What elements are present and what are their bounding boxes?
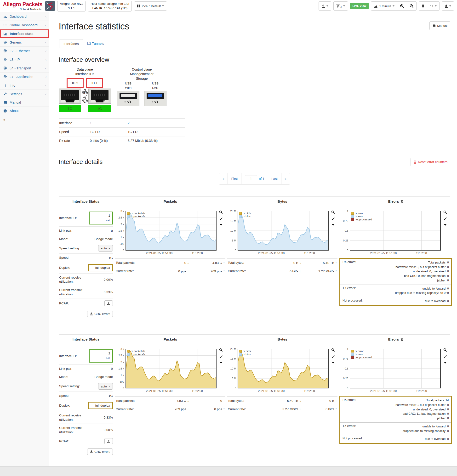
sidebar-item-generic[interactable]: Generic ‹ <box>0 38 49 47</box>
magnifier-icon[interactable] <box>443 210 447 214</box>
download-icon <box>107 440 110 443</box>
tab-interfaces[interactable]: Interfaces <box>59 39 83 48</box>
user-dropdown[interactable] <box>442 1 454 10</box>
speed-setting-dropdown[interactable]: auto <box>98 245 113 252</box>
brand-subtitle: Network Multimeter <box>20 8 42 10</box>
reset-error-counters-button[interactable]: Reset error counters <box>411 158 450 166</box>
trash-icon[interactable] <box>400 200 403 203</box>
page-last-button[interactable]: Last <box>268 173 281 184</box>
gear-icon <box>3 66 7 70</box>
crc-errors-download-button[interactable]: CRC errors <box>87 449 113 455</box>
chevron-down-icon[interactable] <box>332 224 334 226</box>
trash-icon[interactable] <box>400 338 403 341</box>
svg-text:11:52:00: 11:52:00 <box>416 389 427 393</box>
magnifier-icon[interactable] <box>219 348 223 352</box>
speed-label: Speed: <box>59 255 83 260</box>
not-processed-label: Not processed: <box>343 299 363 304</box>
magnifier-icon[interactable] <box>443 348 447 352</box>
collapse-icon[interactable] <box>332 217 334 221</box>
sidebar-item-info[interactable]: Info ‹ <box>0 81 49 90</box>
usb-lan-label: USB <box>144 81 167 86</box>
current-rate-label: Current rate: <box>116 407 161 411</box>
sidebar-item-dashboard[interactable]: Dashboard ‹ <box>0 12 49 21</box>
svg-text:2021-01-25 11:51:30: 2021-01-25 11:51:30 <box>258 252 285 255</box>
live-view-badge: LIVE view <box>350 3 369 9</box>
interface-id-value: 2 <box>108 352 110 355</box>
detail-headers: Interface Status Packets Bytes Errors <box>59 196 450 206</box>
zoom-out-button[interactable] <box>407 1 416 10</box>
tab-l3-tunnels[interactable]: L3 Tunnels <box>83 39 108 48</box>
total-bytes-rx: 0 B <box>293 261 298 265</box>
chevron-down-icon[interactable] <box>444 224 447 226</box>
filter-dropdown[interactable]: 3 <box>334 1 348 10</box>
collapse-icon[interactable] <box>444 217 447 221</box>
manual-button[interactable]: Manual <box>430 21 450 30</box>
bytes-chart: 05 M10 M15 M20 M2021-01-25 11:51:3011:52… <box>227 210 330 255</box>
interface-id-box: 1 set <box>89 212 113 225</box>
interface-id-label: Interface ID: <box>59 354 83 358</box>
sidebar-item-settings[interactable]: Settings ‹ <box>0 90 49 98</box>
rx-error-line: undersized: 0, oversized: 0 <box>395 407 449 412</box>
pcap-download-button[interactable] <box>105 438 113 444</box>
rx-errors-label: RX errors: <box>343 398 356 421</box>
speed-setting-dropdown[interactable]: auto <box>98 383 113 390</box>
collapse-icon[interactable] <box>332 355 334 358</box>
zoom-in-button[interactable] <box>397 1 407 10</box>
page-next-button[interactable]: » <box>281 173 290 184</box>
collapse-icon[interactable] <box>220 217 222 221</box>
magnifier-icon[interactable] <box>331 348 335 352</box>
chevron-down-icon <box>326 6 328 8</box>
sidebar-collapse-button[interactable]: « <box>0 115 49 124</box>
download-dropdown[interactable] <box>318 1 331 10</box>
interface-detail-block-1: Interface Status Packets Bytes Errors In… <box>59 196 450 317</box>
data-plane-label: Data plane <box>59 67 111 72</box>
pcap-download-button[interactable] <box>105 300 113 306</box>
sidebar-item-l7-application[interactable]: L7 - Application ‹ <box>0 73 49 81</box>
pause-button[interactable] <box>419 1 427 10</box>
chevron-down-icon[interactable] <box>220 224 222 226</box>
set-link[interactable]: set <box>106 356 110 360</box>
sidebar-item-l3-ip[interactable]: L3 - IP ‹ <box>0 55 49 64</box>
tab-bar: Interfaces L3 Tunnels <box>59 39 450 48</box>
sidebar-item-about[interactable]: About <box>0 107 49 115</box>
packets-totals: Total packets: 4.83 G ↓ 0 ↑ Current rate… <box>115 396 225 413</box>
collapse-icon[interactable] <box>220 355 222 358</box>
packets-chart: 05001 k1.5 k2 k2.5 k3 k2021-01-25 11:51:… <box>115 348 218 393</box>
svg-text:2 k: 2 k <box>121 361 124 364</box>
view-selector-dropdown[interactable]: local : Default <box>134 1 167 10</box>
sidebar-item-manual[interactable]: Manual <box>0 98 49 107</box>
rx-arrow-icon: ↓ <box>299 261 301 265</box>
interface-status-table: Interface ID: 1 set Link pair:0 Mode:Bri… <box>59 210 113 317</box>
sidebar-item-global-dashboard[interactable]: Global Dashboard ‹ <box>0 21 49 29</box>
set-link[interactable]: set <box>106 219 110 222</box>
tx-errors-label: TX errors: <box>343 287 356 296</box>
refresh-interval-dropdown[interactable]: 1s <box>427 1 439 10</box>
usb-lan-port-photo <box>144 91 167 106</box>
rx-arrow-icon: ↓ <box>187 269 189 273</box>
packets-chart: 05001 k1.5 k2 k2.5 k3 k2021-01-25 11:51:… <box>115 210 218 255</box>
page-number-input[interactable] <box>245 175 257 182</box>
sidebar-item-l4-transport[interactable]: L4 - Transport ‹ <box>0 64 49 73</box>
chevron-down-icon[interactable] <box>332 362 334 364</box>
collapse-icon[interactable] <box>444 355 447 358</box>
svg-text:11:52:00: 11:52:00 <box>192 252 203 255</box>
magnifier-icon[interactable] <box>219 210 223 214</box>
total-packets-tx: 4.83 G <box>212 261 222 265</box>
mode-label: Mode: <box>59 237 83 241</box>
magnifier-icon[interactable] <box>331 210 335 214</box>
page-first-button[interactable]: First <box>228 173 241 184</box>
page-prev-button[interactable]: « <box>219 173 228 184</box>
sidebar-item-interface-stats[interactable]: Interface stats <box>0 29 49 38</box>
svg-text:500: 500 <box>120 242 124 245</box>
chevron-down-icon[interactable] <box>220 362 222 364</box>
interval-dropdown[interactable]: 1 minute <box>371 1 397 10</box>
crc-errors-download-button[interactable]: CRC errors <box>87 311 113 317</box>
interface-2-link[interactable]: 2 <box>128 121 130 125</box>
chevron-down-icon[interactable] <box>444 362 447 364</box>
pause-icon <box>422 4 424 8</box>
interface-1-link[interactable]: 1 <box>90 121 92 125</box>
errors-panel: 00.250.50.7512021-01-25 11:51:3011:52:00… <box>339 348 452 444</box>
chevron-left-icon: ‹ <box>45 14 46 18</box>
footer-strip <box>0 467 457 476</box>
sidebar-item-l2-ethernet[interactable]: L2 - Ethernet ‹ <box>0 47 49 55</box>
